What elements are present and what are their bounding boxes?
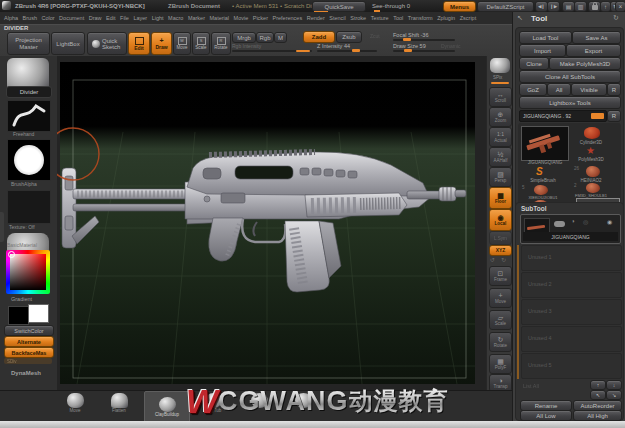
focal-shift-label[interactable]: Focal Shift -36 bbox=[393, 32, 428, 38]
see-through-slider[interactable]: See-through 0 bbox=[372, 3, 410, 9]
menu-document[interactable]: Document bbox=[59, 15, 84, 21]
frame-button[interactable]: ⊡Frame bbox=[489, 266, 512, 286]
visibility-eye-icon[interactable]: ◉ bbox=[607, 218, 612, 225]
close-button[interactable]: × bbox=[615, 1, 625, 12]
menu-zscript[interactable]: Zscript bbox=[460, 15, 477, 21]
rotate-left-icon[interactable]: ↺ bbox=[490, 256, 495, 263]
tool-history-icon[interactable]: ↻ bbox=[613, 14, 619, 22]
mrgb-button[interactable]: Mrgb bbox=[232, 32, 256, 43]
zoom-button[interactable]: ⊕Zoom bbox=[489, 107, 512, 127]
tray-brush-claybuildup[interactable]: ClayBuildup bbox=[144, 391, 190, 423]
polyf-button[interactable]: ▦PolyF bbox=[489, 354, 512, 374]
subtool-scroll-strip[interactable] bbox=[517, 245, 519, 379]
menu-macro[interactable]: Macro bbox=[168, 15, 183, 21]
color-picker-sv[interactable] bbox=[10, 254, 46, 290]
subtool-selected-row[interactable]: ◑ ◎ ◉ JIGUANGQIANG bbox=[520, 214, 621, 244]
dynamic-label[interactable]: Dynamic bbox=[441, 43, 460, 49]
all-low-button[interactable]: All Low bbox=[520, 410, 572, 421]
menu-texture[interactable]: Texture bbox=[371, 15, 389, 21]
menu-material[interactable]: Material bbox=[210, 15, 230, 21]
cylinder3d-thumb[interactable] bbox=[584, 127, 600, 139]
save-as-button[interactable]: Save As bbox=[572, 31, 621, 44]
z-intensity-label[interactable]: Z Intensity 44 bbox=[317, 43, 350, 49]
menu-stencil[interactable]: Stencil bbox=[329, 15, 346, 21]
subtool-moveout-button[interactable]: ↘ bbox=[606, 390, 622, 400]
default-zscript-button[interactable]: DefaultZScript bbox=[477, 1, 534, 12]
secondary-color-swatch[interactable] bbox=[28, 304, 49, 323]
make-polymesh-button[interactable]: Make PolyMesh3D bbox=[549, 57, 621, 70]
actual-button[interactable]: 1:1Actual bbox=[489, 127, 512, 147]
focal-shift-thumb[interactable] bbox=[403, 38, 411, 41]
subtool-movein-button[interactable]: ↖ bbox=[590, 390, 606, 400]
menu-preferences[interactable]: Preferences bbox=[273, 15, 303, 21]
ui-next-button[interactable]: ❙▶ bbox=[547, 1, 560, 12]
edit-button[interactable]: Edit bbox=[128, 32, 150, 55]
gyro-scale-button[interactable]: S Scale bbox=[192, 32, 210, 55]
floor-button[interactable]: ▦Floor bbox=[489, 187, 512, 209]
active-tool-slider[interactable]: JIGUANGQIANG . 92 bbox=[519, 110, 607, 122]
zadd-button[interactable]: Zadd bbox=[303, 31, 335, 43]
local-button[interactable]: ◉Local bbox=[489, 209, 512, 231]
switch-color-button[interactable]: SwitchColor bbox=[4, 325, 54, 336]
rgb-button[interactable]: Rgb bbox=[256, 32, 274, 43]
shelf-divider-handle[interactable] bbox=[0, 212, 4, 242]
goz-r-button[interactable]: R bbox=[607, 83, 621, 96]
menu-edit[interactable]: Edit bbox=[106, 15, 115, 21]
simplebrush-thumb[interactable]: S bbox=[536, 167, 543, 177]
draw-button[interactable]: + Draw bbox=[151, 32, 172, 55]
subtool-row-1[interactable]: Unused 1 bbox=[521, 245, 622, 271]
viewport-canvas[interactable] bbox=[57, 56, 486, 390]
document-area[interactable] bbox=[60, 62, 475, 384]
xiekoujiobu1-thumb[interactable] bbox=[534, 185, 548, 195]
menu-color[interactable]: Color bbox=[41, 15, 54, 21]
z-intensity-thumb[interactable] bbox=[352, 49, 360, 52]
subtool-title[interactable]: SubTool bbox=[521, 205, 547, 212]
color-picker[interactable] bbox=[6, 250, 50, 294]
tray-brush-move[interactable]: Move bbox=[56, 393, 94, 420]
subtool-row-4[interactable]: Unused 4 bbox=[521, 326, 622, 352]
lightbox-button[interactable]: LightBox bbox=[51, 32, 85, 55]
slider-r-button[interactable]: R bbox=[607, 110, 621, 122]
gradient-label[interactable]: Gradient bbox=[11, 296, 32, 302]
goz-visible-button[interactable]: Visible bbox=[571, 83, 607, 96]
menu-brush[interactable]: Brush bbox=[23, 15, 37, 21]
draw-size-slider[interactable] bbox=[393, 50, 455, 52]
menu-zplugin[interactable]: Zplugin bbox=[437, 15, 455, 21]
menu-layer[interactable]: Layer bbox=[133, 15, 147, 21]
load-tool-button[interactable]: Load Tool bbox=[519, 31, 572, 44]
draw-size-thumb[interactable] bbox=[404, 49, 412, 52]
subtool-row-5[interactable]: Unused 5 bbox=[521, 353, 622, 379]
menu-file[interactable]: File bbox=[120, 15, 129, 21]
menu-marker[interactable]: Marker bbox=[188, 15, 205, 21]
dynamesh-label[interactable]: DynaMesh bbox=[11, 370, 41, 376]
tool-panel-corner-icon[interactable]: ↖ bbox=[517, 14, 523, 22]
all-high-button[interactable]: All High bbox=[573, 410, 622, 421]
brush-name-tag[interactable]: Divider bbox=[6, 86, 52, 98]
projection-master-button[interactable]: Projection Master bbox=[7, 32, 50, 55]
alternate-button[interactable]: Alternate bbox=[4, 336, 54, 347]
lightbox-tools-button[interactable]: Lightbox» Tools bbox=[519, 96, 621, 109]
polypaint-toggle[interactable] bbox=[554, 221, 565, 227]
nav-rotate-button[interactable]: ↻Rotate bbox=[489, 332, 512, 352]
lsym-button[interactable]: L.Sym bbox=[489, 231, 512, 245]
import-button[interactable]: Import bbox=[519, 44, 566, 57]
gyro-move-button[interactable]: M Move bbox=[173, 32, 191, 55]
menus-button[interactable]: Menus bbox=[443, 1, 476, 12]
zcut-label[interactable]: Zcut bbox=[370, 33, 380, 39]
quick-sketch-button[interactable]: Quick Sketch bbox=[87, 32, 127, 55]
subtool-row-3[interactable]: Unused 3 bbox=[521, 299, 622, 325]
subtool-circle-icon[interactable]: ◎ bbox=[583, 218, 588, 225]
list-all-label[interactable]: List All bbox=[523, 383, 539, 389]
backface-mask-button[interactable]: BackfaceMas bbox=[4, 347, 54, 358]
heiniao2-thumb[interactable] bbox=[586, 166, 600, 177]
z-intensity-slider[interactable] bbox=[317, 50, 377, 52]
m-button[interactable]: M bbox=[274, 32, 287, 43]
sdiv-slider[interactable]: SDiv bbox=[4, 358, 52, 364]
polymesh3d-thumb[interactable]: ★ bbox=[586, 146, 595, 156]
zsub-button[interactable]: Zsub bbox=[336, 31, 362, 43]
menu-light[interactable]: Light bbox=[152, 15, 164, 21]
clone-button[interactable]: Clone bbox=[519, 57, 549, 70]
subtool-down-button[interactable]: ↓ bbox=[606, 380, 622, 390]
alpha-thumbnail[interactable] bbox=[7, 139, 51, 181]
xyz-button[interactable]: XYZ bbox=[489, 245, 512, 256]
